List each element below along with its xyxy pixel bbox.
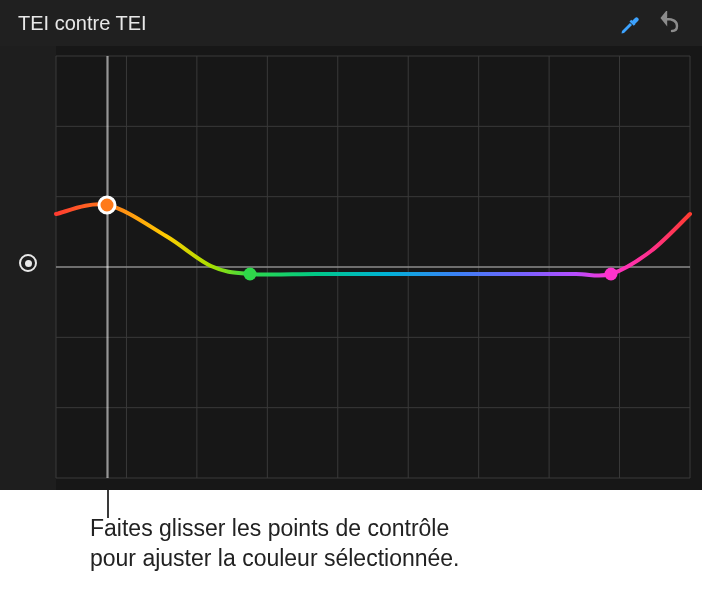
- curve-svg: [56, 56, 690, 478]
- callout-text: Faites glisser les points de contrôle po…: [90, 514, 650, 574]
- panel-title: TEI contre TEI: [18, 12, 147, 35]
- control-point-2[interactable]: [605, 268, 618, 281]
- callout-line2: pour ajuster la couleur sélectionnée.: [90, 545, 460, 571]
- panel-header: TEI contre TEI: [0, 0, 702, 46]
- header-tools: [618, 11, 684, 35]
- hue-curve[interactable]: [56, 204, 690, 275]
- reset-arrow-icon: [660, 11, 684, 35]
- control-point-0[interactable]: [99, 197, 115, 213]
- curves-panel: TEI contre TEI: [0, 0, 702, 490]
- curve-grid[interactable]: [56, 56, 690, 478]
- control-point-1[interactable]: [244, 268, 257, 281]
- y-axis-control-handle[interactable]: [19, 254, 37, 272]
- curve-editor[interactable]: [0, 46, 702, 490]
- eyedropper-button[interactable]: [618, 11, 642, 35]
- eyedropper-icon: [618, 11, 642, 35]
- callout-line1: Faites glisser les points de contrôle: [90, 515, 449, 541]
- reset-button[interactable]: [660, 11, 684, 35]
